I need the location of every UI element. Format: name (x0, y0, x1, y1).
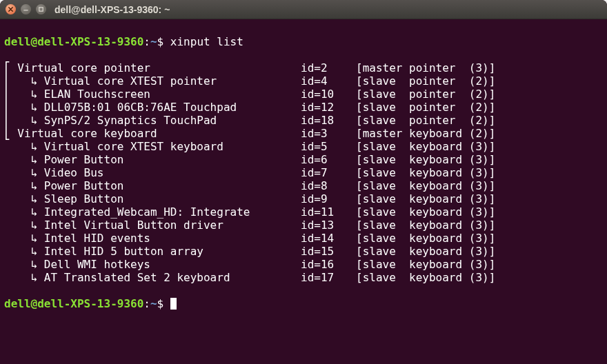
device-id: id=3 (301, 127, 356, 140)
svg-rect-0 (39, 8, 43, 11)
close-icon[interactable] (6, 4, 16, 14)
device-name: ↳ Integrated_Webcam_HD: Integrate (4, 205, 301, 219)
device-id: id=9 (301, 192, 356, 205)
terminal-window: dell@dell-XPS-13-9360: ~ dell@dell-XPS-1… (0, 0, 607, 364)
maximize-icon[interactable] (36, 4, 46, 14)
device-info: [slave pointer (2)] (356, 101, 495, 114)
output-line: ⎜ ↳ SynPS/2 Synaptics TouchPadid=18[slav… (4, 114, 603, 127)
output-line: ⎜ ↳ ELAN Touchscreenid=10[slave pointer … (4, 88, 603, 101)
prompt-path: ~ (150, 35, 157, 48)
device-id: id=12 (301, 101, 356, 114)
device-id: id=14 (301, 232, 356, 245)
cursor-icon (170, 298, 177, 310)
device-info: [slave keyboard (3)] (356, 258, 495, 271)
device-name: ⎣ Virtual core keyboard (4, 127, 301, 140)
command-text: xinput list (170, 35, 243, 48)
device-name: ↳ Power Button (4, 179, 301, 192)
window-title: dell@dell-XPS-13-9360: ~ (54, 4, 170, 15)
device-name: ↳ Intel Virtual Button driver (4, 219, 301, 232)
device-id: id=15 (301, 245, 356, 258)
output-listing: ⎡ Virtual core pointerid=2[master pointe… (4, 61, 603, 284)
minimize-icon[interactable] (21, 4, 31, 14)
output-line: ↳ Power Buttonid=6[slave keyboard (3)] (4, 153, 603, 166)
output-line: ↳ Power Buttonid=8[slave keyboard (3)] (4, 179, 603, 192)
device-id: id=5 (301, 140, 356, 153)
prompt-sep2: $ (157, 35, 170, 48)
output-line: ⎜ ↳ Virtual core XTEST pointerid=4[slave… (4, 74, 603, 88)
device-info: [slave pointer (2)] (356, 114, 495, 127)
window-buttons (6, 4, 46, 14)
device-info: [master pointer (3)] (356, 61, 495, 74)
device-info: [slave keyboard (3)] (356, 153, 495, 166)
device-name: ↳ Sleep Button (4, 192, 301, 205)
device-info: [slave keyboard (3)] (356, 205, 495, 219)
device-name: ↳ AT Translated Set 2 keyboard (4, 271, 301, 284)
device-id: id=2 (301, 61, 356, 74)
output-line: ↳ Intel HID eventsid=14[slave keyboard (… (4, 232, 603, 245)
prompt-path: ~ (150, 297, 157, 310)
device-name: ↳ Intel HID 5 button array (4, 245, 301, 258)
device-name: ↳ Virtual core XTEST keyboard (4, 140, 301, 153)
prompt-user-host: dell@dell-XPS-13-9360 (4, 35, 143, 48)
prompt-line: dell@dell-XPS-13-9360:~$ (4, 297, 603, 310)
titlebar[interactable]: dell@dell-XPS-13-9360: ~ (0, 0, 607, 19)
device-name: ↳ Power Button (4, 153, 301, 166)
output-line: ↳ Video Busid=7[slave keyboard (3)] (4, 166, 603, 179)
device-name: ↳ Dell WMI hotkeys (4, 258, 301, 271)
output-line: ⎣ Virtual core keyboardid=3[master keybo… (4, 127, 603, 140)
device-name: ⎜ ↳ Virtual core XTEST pointer (4, 74, 301, 88)
device-info: [slave keyboard (3)] (356, 140, 495, 153)
output-line: ↳ Virtual core XTEST keyboardid=5[slave … (4, 140, 603, 153)
prompt-sep1: : (143, 35, 150, 48)
device-name: ⎜ ↳ DLL075B:01 06CB:76AE Touchpad (4, 101, 301, 114)
prompt-line: dell@dell-XPS-13-9360:~$ xinput list (4, 35, 603, 48)
device-name: ⎜ ↳ SynPS/2 Synaptics TouchPad (4, 114, 301, 127)
device-id: id=13 (301, 219, 356, 232)
output-line: ↳ AT Translated Set 2 keyboardid=17[slav… (4, 271, 603, 284)
output-line: ↳ Integrated_Webcam_HD: Integrateid=11[s… (4, 205, 603, 219)
output-line: ↳ Dell WMI hotkeysid=16[slave keyboard (… (4, 258, 603, 271)
device-info: [master keyboard (2)] (356, 127, 495, 140)
device-id: id=10 (301, 88, 356, 101)
device-id: id=18 (301, 114, 356, 127)
output-line: ↳ Sleep Buttonid=9[slave keyboard (3)] (4, 192, 603, 205)
device-info: [slave pointer (2)] (356, 74, 495, 88)
prompt-user-host: dell@dell-XPS-13-9360 (4, 297, 143, 310)
prompt-sep1: : (143, 297, 150, 310)
device-info: [slave keyboard (3)] (356, 232, 495, 245)
device-info: [slave keyboard (3)] (356, 245, 495, 258)
device-id: id=16 (301, 258, 356, 271)
device-id: id=17 (301, 271, 356, 284)
device-id: id=11 (301, 205, 356, 219)
device-info: [slave keyboard (3)] (356, 219, 495, 232)
device-id: id=4 (301, 74, 356, 88)
device-info: [slave keyboard (3)] (356, 271, 495, 284)
output-line: ↳ Intel Virtual Button driverid=13[slave… (4, 219, 603, 232)
device-id: id=6 (301, 153, 356, 166)
device-name: ⎡ Virtual core pointer (4, 61, 301, 74)
device-info: [slave keyboard (3)] (356, 179, 495, 192)
output-line: ⎡ Virtual core pointerid=2[master pointe… (4, 61, 603, 74)
device-info: [slave pointer (2)] (356, 88, 495, 101)
device-info: [slave keyboard (3)] (356, 192, 495, 205)
device-id: id=8 (301, 179, 356, 192)
device-info: [slave keyboard (3)] (356, 166, 495, 179)
device-id: id=7 (301, 166, 356, 179)
terminal-body[interactable]: dell@dell-XPS-13-9360:~$ xinput list ⎡ V… (0, 19, 607, 364)
device-name: ⎜ ↳ ELAN Touchscreen (4, 88, 301, 101)
device-name: ↳ Intel HID events (4, 232, 301, 245)
output-line: ⎜ ↳ DLL075B:01 06CB:76AE Touchpadid=12[s… (4, 101, 603, 114)
output-line: ↳ Intel HID 5 button arrayid=15[slave ke… (4, 245, 603, 258)
device-name: ↳ Video Bus (4, 166, 301, 179)
prompt-sep2: $ (157, 297, 170, 310)
